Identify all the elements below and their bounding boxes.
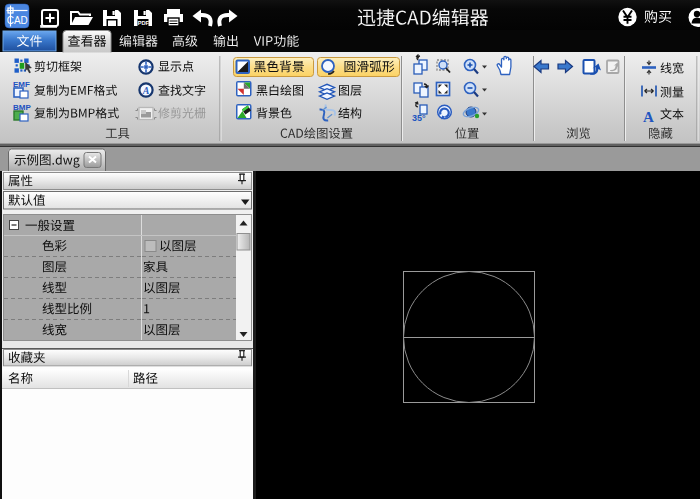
svg-text:CAD: CAD — [7, 14, 28, 26]
svg-text:A: A — [643, 109, 654, 125]
svg-text:PDF: PDF — [138, 20, 150, 26]
svg-text:35°: 35° — [412, 113, 426, 123]
svg-text:A: A — [142, 85, 150, 96]
